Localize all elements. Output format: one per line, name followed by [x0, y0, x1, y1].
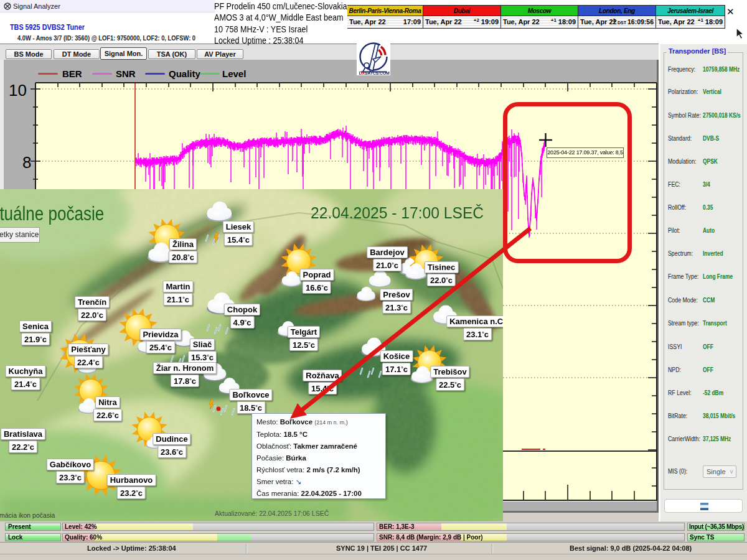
svg-text:DXSATCS.COM: DXSATCS.COM [359, 71, 390, 75]
